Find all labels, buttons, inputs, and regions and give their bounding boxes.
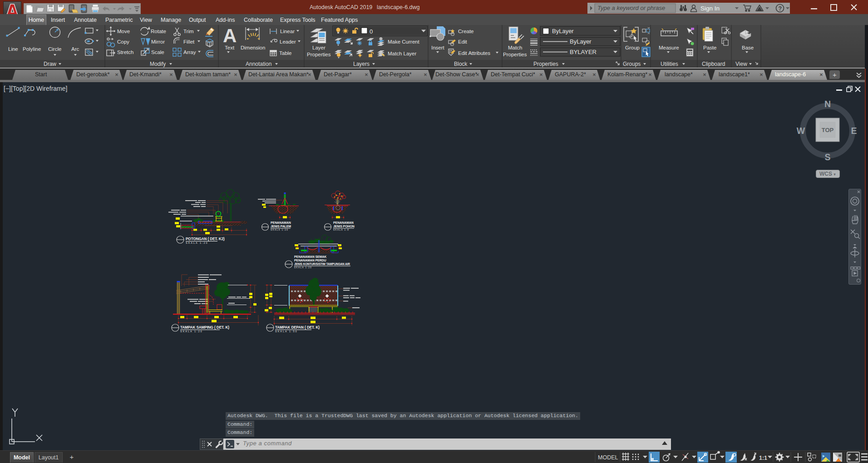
- svg-text:PENANAMAN: PENANAMAN: [333, 221, 354, 224]
- svg-text:BYLAYER: BYLAYER: [570, 49, 597, 55]
- svg-text:PENANAMAN SEMAK: PENANAMAN SEMAK: [294, 255, 326, 258]
- svg-text:SKALA 1:20: SKALA 1:20: [180, 330, 203, 333]
- svg-text:TAMPAK SAMPING ( DET. K): TAMPAK SAMPING ( DET. K): [180, 325, 229, 330]
- svg-text:TAMPAK DEPAN ( DET. K): TAMPAK DEPAN ( DET. K): [275, 325, 320, 330]
- svg-text:JENIS PALEM: JENIS PALEM: [271, 225, 291, 228]
- svg-text:ByLayer: ByLayer: [552, 28, 574, 34]
- svg-text:TOP: TOP: [822, 127, 834, 133]
- svg-text:PENANAMAN PERDU: PENANAMAN PERDU: [294, 259, 326, 262]
- svg-text:SKALA 1:20: SKALA 1:20: [271, 229, 288, 231]
- svg-text:SKALA 1:8: SKALA 1:8: [333, 229, 349, 231]
- svg-text:POTONGAN ( DET. K2): POTONGAN ( DET. K2): [186, 237, 225, 241]
- svg-text:SKALA 1:50: SKALA 1:50: [275, 330, 298, 333]
- svg-text:ByLayer: ByLayer: [570, 38, 592, 45]
- svg-text:MODEL: MODEL: [598, 454, 618, 461]
- svg-text:1:1: 1:1: [759, 455, 767, 461]
- svg-text:Type a keyword or phrase: Type a keyword or phrase: [597, 5, 665, 11]
- svg-text:?: ?: [779, 5, 782, 12]
- svg-text:W: W: [797, 126, 805, 136]
- svg-text:0: 0: [370, 28, 373, 35]
- svg-text:PENANAMAN: PENANAMAN: [271, 221, 291, 224]
- svg-text:JENIS POHON: JENIS POHON: [333, 225, 355, 228]
- svg-text:Sign In: Sign In: [700, 5, 720, 12]
- svg-text:SKALA 1:20: SKALA 1:20: [186, 241, 208, 244]
- svg-text:A: A: [223, 25, 237, 46]
- svg-text:JENIS KONTUR/SISTIM TAMPUNGAN: JENIS KONTUR/SISTIM TAMPUNGAN AIR: [294, 262, 350, 266]
- svg-text:E: E: [851, 126, 857, 136]
- svg-text:S: S: [824, 152, 830, 162]
- svg-text:N: N: [824, 99, 831, 109]
- svg-text:SKALA 1:20: SKALA 1:20: [294, 266, 312, 269]
